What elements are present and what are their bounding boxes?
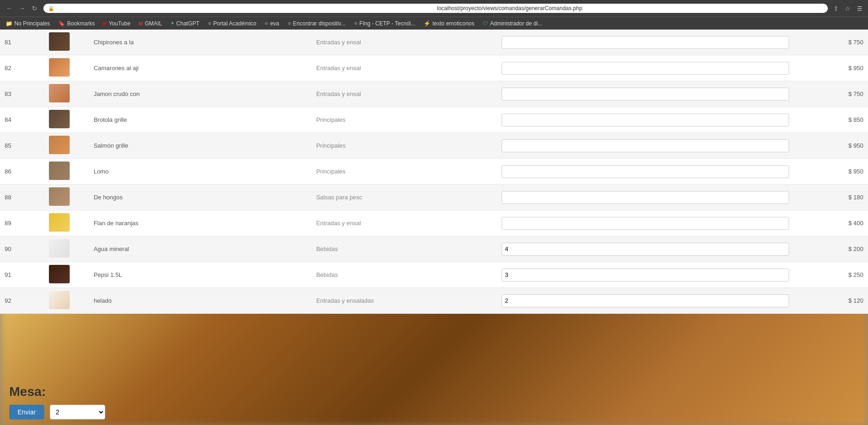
row-img bbox=[44, 262, 89, 288]
row-category: Bebidas bbox=[311, 262, 497, 288]
qty-input[interactable] bbox=[502, 62, 789, 75]
table-row: 86 Lomo Principales $ 950 bbox=[0, 159, 868, 185]
bookmark-fing[interactable]: ⊕ FIng - CETP - Tecnól... bbox=[352, 19, 418, 28]
food-image bbox=[49, 110, 70, 128]
bottom-section: Mesa: Enviar 12345678910 bbox=[0, 325, 868, 425]
row-category: Entradas y ensal bbox=[311, 30, 497, 55]
bookmark-bookmarks[interactable]: 🔖 Bookmarks bbox=[56, 19, 96, 28]
address-bar[interactable]: 🔒 localhost/proyecto/views/comandas/gene… bbox=[43, 4, 828, 13]
bookmark-portal[interactable]: ⊕ Portal Académico bbox=[206, 19, 258, 28]
row-name: Flan de naranjas bbox=[89, 210, 311, 236]
bookmark-no-principales[interactable]: 📁 No Principales bbox=[4, 19, 52, 28]
row-category: Principales bbox=[311, 133, 497, 159]
food-image bbox=[49, 265, 70, 283]
reload-button[interactable]: ↻ bbox=[30, 4, 40, 13]
bookmark-label: ChatGPT bbox=[176, 20, 199, 27]
back-button[interactable]: ← bbox=[4, 4, 15, 13]
bookmark-label: Portal Académico bbox=[213, 20, 256, 27]
page-wrapper: 81 Chipirones a la Entradas y ensal $ 75… bbox=[0, 30, 868, 425]
table-row: 89 Flan de naranjas Entradas y ensal $ 4… bbox=[0, 210, 868, 236]
bookmark-gmail[interactable]: M GMAIL bbox=[137, 19, 164, 28]
row-price: $ 180 bbox=[794, 185, 868, 210]
qty-input[interactable] bbox=[502, 88, 789, 101]
row-num: 86 bbox=[0, 159, 44, 185]
row-category: Entradas y ensal bbox=[311, 210, 497, 236]
youtube-icon: ▶ bbox=[103, 20, 107, 26]
row-name: Salmón grille bbox=[89, 133, 311, 159]
food-image bbox=[49, 136, 70, 154]
enviar-button[interactable]: Enviar bbox=[9, 405, 44, 419]
qty-input[interactable] bbox=[502, 114, 789, 126]
row-num: 84 bbox=[0, 107, 44, 133]
row-qty[interactable] bbox=[497, 262, 794, 288]
row-qty[interactable] bbox=[497, 288, 794, 314]
row-price: $ 250 bbox=[794, 262, 868, 288]
bookmark-label: No Principales bbox=[14, 20, 50, 27]
row-qty[interactable] bbox=[497, 107, 794, 133]
forward-button[interactable]: → bbox=[17, 4, 28, 13]
row-img bbox=[44, 107, 89, 133]
row-category: Bebidas bbox=[311, 236, 497, 262]
qty-input[interactable] bbox=[502, 269, 789, 281]
row-qty[interactable] bbox=[497, 81, 794, 107]
bookmark-button[interactable]: ☆ bbox=[843, 4, 852, 13]
bookmark-chatgpt[interactable]: ✦ ChatGPT bbox=[168, 19, 201, 28]
food-image bbox=[49, 239, 70, 257]
qty-input[interactable] bbox=[502, 139, 789, 152]
row-num: 85 bbox=[0, 133, 44, 159]
qty-input[interactable] bbox=[502, 294, 789, 307]
row-name: Jamon crudo con bbox=[89, 81, 311, 107]
bolt-icon: ⚡ bbox=[424, 20, 431, 27]
row-num: 82 bbox=[0, 55, 44, 81]
qty-input[interactable] bbox=[502, 217, 789, 230]
bookmark-encontrar[interactable]: ⊕ Encontrar dispositiv... bbox=[286, 19, 347, 28]
shield-icon: 🛡 bbox=[483, 20, 488, 27]
bookmark-youtube[interactable]: ▶ YouTube bbox=[101, 19, 132, 28]
row-name: helado bbox=[89, 288, 311, 314]
fing-icon: ⊕ bbox=[354, 21, 358, 26]
table-row: 83 Jamon crudo con Entradas y ensal $ 75… bbox=[0, 81, 868, 107]
bookmark-admin[interactable]: 🛡 Administrador de di... bbox=[481, 19, 544, 28]
row-price: $ 400 bbox=[794, 210, 868, 236]
row-qty[interactable] bbox=[497, 210, 794, 236]
row-category: Entradas y ensaladas bbox=[311, 288, 497, 314]
row-qty[interactable] bbox=[497, 185, 794, 210]
row-price: $ 750 bbox=[794, 30, 868, 55]
row-price: $ 200 bbox=[794, 236, 868, 262]
mesa-select[interactable]: 12345678910 bbox=[50, 405, 105, 419]
row-category: Entradas y ensal bbox=[311, 55, 497, 81]
row-price: $ 950 bbox=[794, 133, 868, 159]
share-button[interactable]: ⇧ bbox=[832, 4, 840, 13]
row-img bbox=[44, 159, 89, 185]
row-price: $ 750 bbox=[794, 81, 868, 107]
food-image bbox=[49, 213, 70, 232]
bookmark-label: eva bbox=[270, 20, 279, 27]
extensions-button[interactable]: ☰ bbox=[855, 4, 864, 13]
row-num: 90 bbox=[0, 236, 44, 262]
qty-input[interactable] bbox=[502, 243, 789, 256]
row-qty[interactable] bbox=[497, 236, 794, 262]
bookmark-label: texto emoticonos bbox=[432, 20, 474, 27]
table-row: 84 Brotola grille Principales $ 850 bbox=[0, 107, 868, 133]
row-qty[interactable] bbox=[497, 30, 794, 55]
qty-input[interactable] bbox=[502, 191, 789, 204]
bookmark-label: Administrador de di... bbox=[490, 20, 542, 27]
table-row: 85 Salmón grille Principales $ 950 bbox=[0, 133, 868, 159]
row-num: 92 bbox=[0, 288, 44, 314]
row-name: Agua mineral bbox=[89, 236, 311, 262]
bookmark-texto[interactable]: ⚡ texto emoticonos bbox=[422, 19, 476, 28]
row-category: Entradas y ensal bbox=[311, 81, 497, 107]
bookmark-eva[interactable]: ⊕ eva bbox=[263, 19, 281, 28]
row-qty[interactable] bbox=[497, 133, 794, 159]
qty-input[interactable] bbox=[502, 36, 789, 49]
portal-icon: ⊕ bbox=[208, 21, 211, 26]
qty-input[interactable] bbox=[502, 165, 789, 178]
row-qty[interactable] bbox=[497, 159, 794, 185]
nav-buttons: ← → ↻ bbox=[4, 4, 40, 13]
mesa-label: Mesa: bbox=[9, 384, 859, 399]
lock-icon: 🔒 bbox=[48, 6, 434, 12]
browser-actions: ⇧ ☆ ☰ bbox=[832, 4, 864, 13]
row-price: $ 950 bbox=[794, 159, 868, 185]
bookmarks-bar: 📁 No Principales 🔖 Bookmarks ▶ YouTube M… bbox=[0, 17, 868, 30]
row-qty[interactable] bbox=[497, 55, 794, 81]
